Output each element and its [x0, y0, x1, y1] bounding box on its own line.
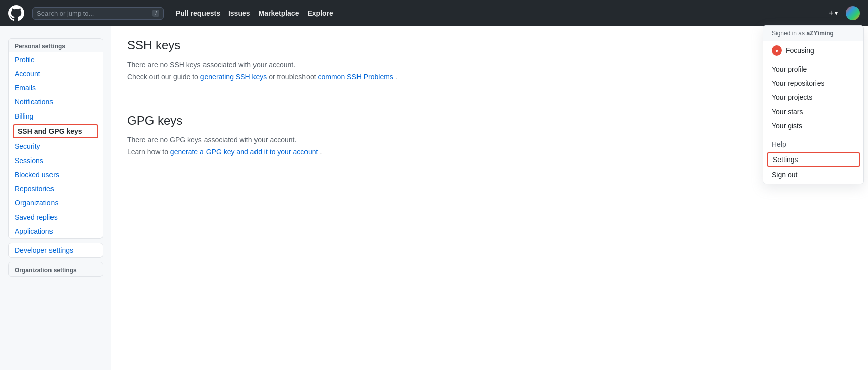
sidebar-item-account[interactable]: Account	[9, 67, 103, 81]
personal-settings-title: Personal settings	[9, 39, 103, 52]
organization-settings-title: Organization settings	[9, 262, 103, 276]
focus-icon: ●	[772, 45, 782, 56]
sidebar-item-billing[interactable]: Billing	[9, 109, 103, 123]
dropdown-header: Signed in as aZYiming	[763, 26, 863, 41]
topnav: / Pull requests Issues Marketplace Explo…	[0, 0, 868, 26]
ssh-keys-section: SSH keys New SSH key There are no SSH ke…	[127, 38, 852, 97]
sidebar-item-blocked-users[interactable]: Blocked users	[9, 168, 103, 182]
ssh-help-link2[interactable]: common SSH Problems	[318, 73, 393, 81]
nav-explore[interactable]: Explore	[307, 9, 333, 17]
focusing-label: Focusing	[786, 46, 814, 55]
sidebar-item-ssh-gpg[interactable]: SSH and GPG keys	[13, 124, 98, 138]
sidebar-item-developer[interactable]: Developer settings	[9, 243, 103, 257]
nav-issues[interactable]: Issues	[228, 9, 250, 17]
signed-as-text: Signed in as aZYiming	[772, 30, 855, 37]
plus-button[interactable]: + ▾	[828, 8, 838, 19]
sidebar: Personal settings Profile Account Emails…	[0, 26, 111, 370]
dropdown-your-profile[interactable]: Your profile	[763, 62, 863, 76]
ssh-section-header: SSH keys New SSH key	[127, 38, 852, 52]
gpg-empty-message: There are no GPG keys associated with yo…	[127, 136, 852, 144]
ssh-section-title: SSH keys	[127, 38, 180, 52]
dropdown-profile-section: Your profile Your repositories Your proj…	[763, 60, 863, 135]
dropdown-bottom-section: Help Settings Sign out	[763, 135, 863, 184]
nav-marketplace[interactable]: Marketplace	[259, 9, 299, 17]
focusing-item[interactable]: ● Focusing	[763, 41, 863, 60]
github-logo[interactable]	[8, 5, 24, 21]
sidebar-item-repositories[interactable]: Repositories	[9, 182, 103, 196]
sidebar-item-saved-replies[interactable]: Saved replies	[9, 210, 103, 224]
sidebar-item-organizations[interactable]: Organizations	[9, 196, 103, 210]
gpg-help-text: Learn how to generate a GPG key and add …	[127, 148, 852, 156]
sidebar-item-notifications[interactable]: Notifications	[9, 95, 103, 109]
dropdown-your-stars[interactable]: Your stars	[763, 104, 863, 119]
dropdown-help[interactable]: Help	[763, 137, 863, 151]
search-box[interactable]: /	[32, 7, 164, 20]
ssh-empty-message: There are no SSH keys associated with yo…	[127, 61, 852, 69]
developer-settings-group: Developer settings	[8, 243, 103, 258]
user-dropdown-menu: Signed in as aZYiming ● Focusing Your pr…	[763, 25, 864, 184]
dropdown-settings[interactable]: Settings	[767, 152, 860, 167]
personal-settings-group: Personal settings Profile Account Emails…	[8, 38, 103, 239]
gpg-keys-section: GPG keys New GPG key There are no GPG ke…	[127, 114, 852, 172]
topnav-right: + ▾	[828, 6, 860, 20]
ssh-help-text: Check out our guide to generating SSH ke…	[127, 73, 852, 81]
nav-pull-requests[interactable]: Pull requests	[176, 9, 220, 17]
sidebar-item-sessions[interactable]: Sessions	[9, 153, 103, 168]
dropdown-your-gists[interactable]: Your gists	[763, 119, 863, 133]
avatar[interactable]	[846, 6, 860, 20]
ssh-help-link1[interactable]: generating SSH keys	[200, 73, 267, 81]
gpg-section-title: GPG keys	[127, 114, 182, 128]
dropdown-username: aZYiming	[806, 30, 834, 37]
main-content: SSH keys New SSH key There are no SSH ke…	[111, 26, 868, 370]
gpg-section-header: GPG keys New GPG key	[127, 114, 852, 128]
sidebar-item-profile[interactable]: Profile	[9, 52, 103, 67]
sidebar-item-applications[interactable]: Applications	[9, 224, 103, 238]
dropdown-your-projects[interactable]: Your projects	[763, 90, 863, 104]
gpg-help-link[interactable]: generate a GPG key and add it to your ac…	[170, 148, 318, 156]
topnav-links: Pull requests Issues Marketplace Explore	[176, 9, 333, 17]
dropdown-your-repositories[interactable]: Your repositories	[763, 76, 863, 90]
sidebar-item-emails[interactable]: Emails	[9, 81, 103, 95]
page-layout: Personal settings Profile Account Emails…	[0, 26, 868, 370]
search-slash-icon: /	[152, 10, 159, 17]
sidebar-item-security[interactable]: Security	[9, 139, 103, 153]
dropdown-signout[interactable]: Sign out	[763, 168, 863, 182]
organization-settings-group: Organization settings	[8, 262, 103, 277]
search-input[interactable]	[37, 10, 148, 17]
